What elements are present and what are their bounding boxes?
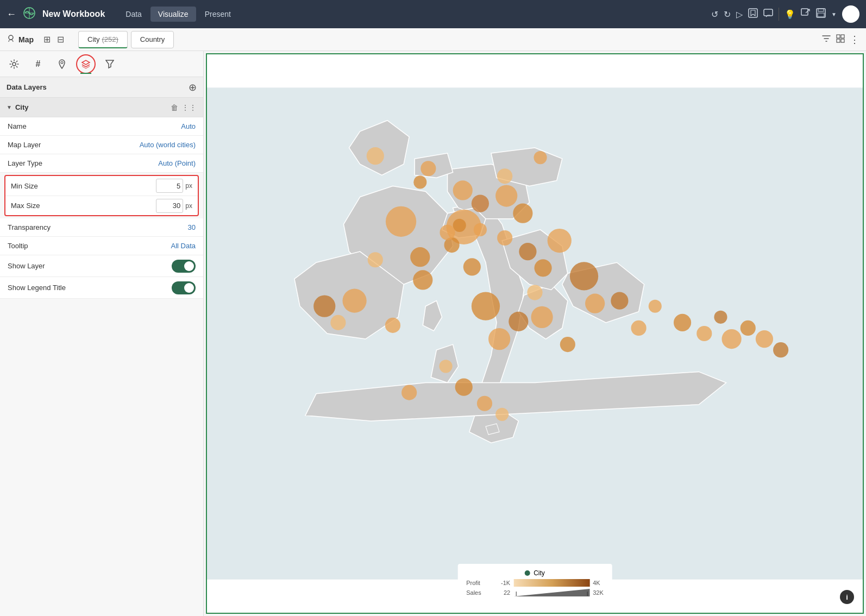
transparency-value[interactable]: 30 — [188, 223, 196, 231]
play-icon[interactable]: ▷ — [736, 9, 743, 20]
undo-icon[interactable]: ↺ — [711, 9, 718, 20]
add-layer-icon[interactable]: ⊕ — [189, 81, 197, 93]
icon-tabs: # — [0, 51, 203, 77]
svg-point-66 — [773, 342, 788, 357]
svg-rect-8 — [818, 13, 824, 17]
svg-point-50 — [474, 223, 487, 236]
svg-rect-10 — [837, 35, 840, 38]
legend-city-dot — [525, 570, 530, 576]
tab-country[interactable]: Country — [131, 31, 174, 48]
topbar-nav: Data Visualize Present — [118, 7, 239, 22]
legend-profit-min: -1K — [488, 580, 510, 586]
svg-point-25 — [367, 147, 384, 165]
nav-visualize[interactable]: Visualize — [150, 7, 196, 22]
max-size-input[interactable] — [156, 199, 183, 213]
more-options-icon[interactable]: ⋮ — [850, 34, 859, 46]
layer-type-value[interactable]: Auto (Point) — [158, 159, 196, 167]
svg-point-58 — [611, 292, 628, 310]
tab-city[interactable]: City (252) — [78, 31, 128, 48]
svg-point-37 — [548, 229, 572, 253]
svg-point-29 — [472, 195, 489, 212]
svg-point-54 — [509, 312, 528, 331]
delete-layer-icon[interactable]: 🗑 — [171, 103, 178, 112]
filter-icon[interactable] — [821, 34, 831, 45]
legend-profit-bar — [513, 579, 589, 587]
city-layer-item[interactable]: ▼ City 🗑 ⋮⋮ — [0, 98, 203, 117]
svg-point-21 — [313, 296, 335, 317]
svg-point-24 — [488, 328, 510, 350]
svg-point-14 — [12, 62, 16, 66]
legend-profit-label: Profit — [466, 580, 485, 586]
workbook-title: New Workbook — [42, 9, 105, 19]
bulb-icon[interactable]: 💡 — [785, 9, 795, 20]
sheet-tab-icons: ⋮ — [821, 34, 859, 46]
map-legend: City Profit -1K 4K Sales 22 32K — [457, 564, 612, 602]
max-size-row: Max Size px — [5, 196, 198, 215]
svg-point-64 — [741, 320, 756, 336]
drag-handle-icon[interactable]: ⋮⋮ — [181, 103, 197, 112]
data-layers-header: Data Layers ⊕ — [0, 77, 203, 98]
svg-point-48 — [439, 360, 452, 373]
tooltip-label: Tooltip — [8, 242, 171, 250]
svg-point-45 — [585, 294, 605, 313]
svg-point-38 — [534, 259, 551, 276]
save-icon[interactable] — [816, 8, 826, 20]
svg-rect-13 — [841, 39, 844, 42]
user-avatar[interactable] — [842, 5, 859, 23]
svg-point-61 — [696, 326, 712, 341]
min-size-input[interactable] — [156, 179, 183, 193]
filter-tab[interactable] — [100, 54, 120, 74]
info-button[interactable]: i — [840, 590, 854, 604]
legend-sales-bar — [513, 589, 589, 596]
layer-action-icons: 🗑 ⋮⋮ — [171, 103, 197, 112]
legend-sales-label: Sales — [466, 589, 485, 596]
svg-point-41 — [527, 285, 542, 300]
svg-point-30 — [495, 185, 517, 206]
save-dropdown-icon[interactable]: ▼ — [831, 11, 837, 17]
redo-icon[interactable]: ↻ — [724, 9, 731, 20]
topbar-icons: ↺ ↻ ▷ 💡 ▼ — [711, 5, 859, 23]
customize-icon[interactable]: ⊟ — [57, 34, 64, 45]
nav-data[interactable]: Data — [118, 7, 149, 22]
svg-point-56 — [560, 337, 575, 352]
content-area: # Data Layers ⊕ — [0, 51, 866, 616]
map-layer-value[interactable]: Auto (world cities) — [140, 141, 196, 149]
legend-profit-max: 4K — [593, 580, 600, 586]
svg-point-23 — [472, 292, 500, 320]
layers-tab[interactable] — [76, 54, 96, 74]
svg-point-19 — [410, 247, 430, 267]
svg-point-27 — [413, 175, 426, 188]
location-tab[interactable] — [52, 54, 72, 74]
svg-point-47 — [401, 385, 417, 400]
svg-point-59 — [649, 300, 662, 313]
tooltip-value[interactable]: All Data — [171, 242, 196, 250]
bookmark-icon[interactable] — [748, 8, 758, 20]
show-layer-toggle[interactable] — [172, 260, 196, 273]
show-legend-title-toggle[interactable] — [172, 281, 196, 294]
show-layer-label: Show Layer — [8, 262, 172, 270]
svg-rect-3 — [749, 9, 757, 17]
table-view-icon[interactable]: ⊞ — [43, 34, 51, 45]
map-layer-prop-row: Map Layer Auto (world cities) — [0, 136, 203, 154]
svg-point-51 — [463, 258, 481, 275]
svg-point-65 — [756, 330, 773, 348]
svg-point-60 — [674, 314, 691, 331]
layer-name: City — [15, 103, 171, 111]
svg-point-34 — [513, 204, 532, 223]
external-icon[interactable] — [801, 8, 811, 20]
layer-chevron: ▼ — [7, 104, 12, 110]
sheet-tabs-bar: Map ⊞ ⊟ City (252) Country ⋮ — [0, 28, 866, 51]
back-button[interactable]: ← — [7, 9, 16, 20]
name-prop-row: Name Auto — [0, 117, 203, 136]
map-area: City Profit -1K 4K Sales 22 32K — [206, 53, 864, 614]
svg-rect-4 — [764, 9, 773, 16]
hashtag-tab[interactable]: # — [28, 54, 48, 74]
name-value[interactable]: Auto — [181, 122, 196, 130]
comment-icon[interactable] — [763, 8, 773, 20]
svg-point-53 — [368, 252, 383, 267]
min-size-label: Min Size — [11, 182, 156, 190]
settings-tab[interactable] — [4, 54, 24, 74]
svg-point-33 — [534, 151, 547, 164]
nav-present[interactable]: Present — [197, 7, 239, 22]
layout-icon[interactable] — [836, 34, 845, 45]
